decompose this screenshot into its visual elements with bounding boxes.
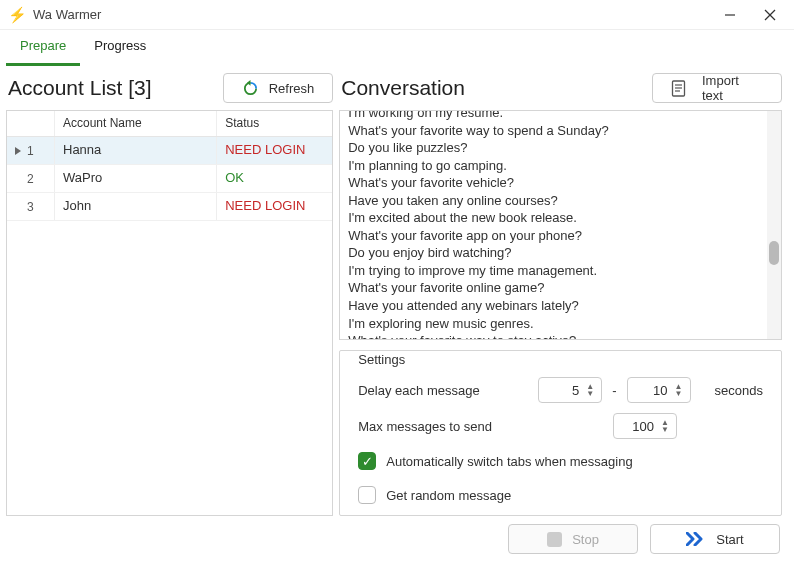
stop-label: Stop — [572, 532, 599, 547]
delay-max-spinner[interactable]: 10 ▲▼ — [627, 377, 691, 403]
random-message-checkbox[interactable] — [358, 486, 376, 504]
delay-label: Delay each message — [358, 383, 528, 398]
conversation-line: What's your favorite way to stay active? — [348, 332, 759, 339]
tab-progress[interactable]: Progress — [80, 30, 160, 66]
double-chevron-icon — [686, 532, 706, 546]
refresh-button[interactable]: Refresh — [223, 73, 334, 103]
conversation-line: Have you attended any webinars lately? — [348, 297, 759, 315]
conversation-line: Do you like puzzles? — [348, 139, 759, 157]
start-button[interactable]: Start — [650, 524, 780, 554]
bottom-bar: Stop Start — [0, 522, 794, 564]
delay-min-spinner[interactable]: 5 ▲▼ — [538, 377, 602, 403]
refresh-label: Refresh — [269, 81, 315, 96]
table-row[interactable]: 3JohnNEED LOGIN — [7, 193, 332, 221]
start-label: Start — [716, 532, 743, 547]
seconds-label: seconds — [715, 383, 763, 398]
conversation-line: I'm excited about the new book release. — [348, 209, 759, 227]
max-messages-spinner[interactable]: 100 ▲▼ — [613, 413, 677, 439]
conversation-line: What's your favorite app on your phone? — [348, 227, 759, 245]
conversation-line: What's your favorite online game? — [348, 279, 759, 297]
tab-prepare[interactable]: Prepare — [6, 30, 80, 66]
conversation-line: I'm planning to go camping. — [348, 157, 759, 175]
conversation-line: Do you enjoy bird watching? — [348, 244, 759, 262]
conversation-line: I'm working on my resume. — [348, 111, 759, 122]
account-list-heading: Account List [3] — [6, 76, 223, 100]
random-message-row[interactable]: Get random message — [358, 483, 763, 507]
close-button[interactable] — [750, 1, 790, 29]
conversation-line: I'm exploring new music genres. — [348, 315, 759, 333]
app-title: Wa Warmer — [33, 7, 101, 22]
import-text-button[interactable]: Import text — [652, 73, 782, 103]
import-label: Import text — [702, 73, 763, 103]
refresh-icon — [242, 80, 259, 97]
chevron-down-icon[interactable]: ▼ — [675, 390, 683, 397]
delay-dash: - — [612, 383, 616, 398]
random-message-label: Get random message — [386, 488, 511, 503]
settings-heading: Settings — [350, 350, 413, 373]
svg-marker-3 — [247, 80, 251, 86]
conversation-line: Have you taken any online courses? — [348, 192, 759, 210]
conversation-box[interactable]: I'm working on my resume.What's your fav… — [339, 110, 782, 340]
main-tabs: Prepare Progress — [0, 30, 794, 66]
titlebar: ⚡ Wa Warmer — [0, 0, 794, 30]
conversation-line: What's your favorite way to spend a Sund… — [348, 122, 759, 140]
chevron-down-icon[interactable]: ▼ — [661, 426, 669, 433]
table-row[interactable]: 2WaProOK — [7, 165, 332, 193]
chevron-down-icon[interactable]: ▼ — [586, 390, 594, 397]
minimize-button[interactable] — [710, 1, 750, 29]
table-row[interactable]: 1HannaNEED LOGIN — [7, 137, 332, 165]
auto-switch-row[interactable]: ✓ Automatically switch tabs when messagi… — [358, 449, 763, 473]
scrollbar-thumb[interactable] — [769, 241, 779, 265]
document-icon — [671, 80, 686, 97]
stop-icon — [547, 532, 562, 547]
conversation-line: What's your favorite vehicle? — [348, 174, 759, 192]
conversation-heading: Conversation — [339, 76, 652, 100]
auto-switch-label: Automatically switch tabs when messaging — [386, 454, 632, 469]
auto-switch-checkbox[interactable]: ✓ — [358, 452, 376, 470]
account-grid: Account Name Status 1HannaNEED LOGIN2WaP… — [6, 110, 333, 516]
max-label: Max messages to send — [358, 419, 528, 434]
bolt-icon: ⚡ — [8, 6, 27, 24]
scrollbar[interactable] — [767, 111, 781, 339]
stop-button[interactable]: Stop — [508, 524, 638, 554]
conversation-line: I'm trying to improve my time management… — [348, 262, 759, 280]
col-status[interactable]: Status — [217, 111, 332, 136]
col-account-name[interactable]: Account Name — [55, 111, 217, 136]
settings-box: Settings Delay each message 5 ▲▼ - 10 ▲▼… — [339, 350, 782, 516]
